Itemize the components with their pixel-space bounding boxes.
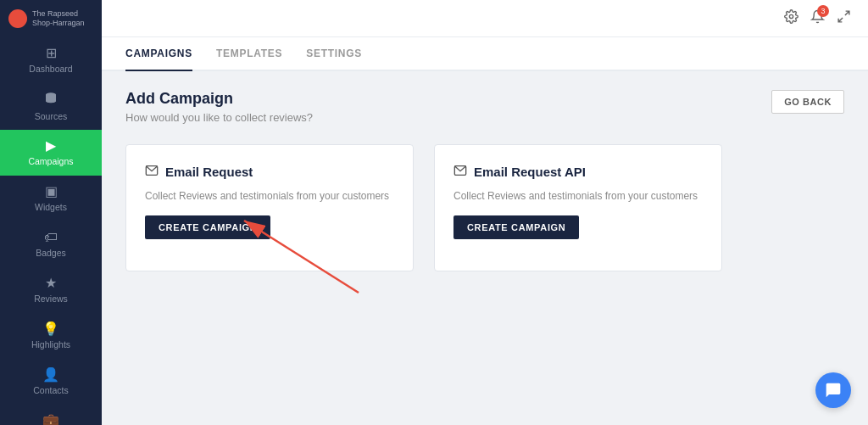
widgets-icon: ▣ <box>45 185 58 199</box>
card-title-2: Email Request API <box>474 165 586 179</box>
mail-icon-1 <box>145 164 159 180</box>
email-request-api-card: Email Request API Collect Reviews and te… <box>434 144 722 271</box>
sidebar-item-reviews[interactable]: ★ Reviews <box>0 267 102 313</box>
sidebar-item-badges[interactable]: 🏷 Badges <box>0 221 102 267</box>
expand-icon-button[interactable] <box>837 9 851 28</box>
dashboard-icon: ⊞ <box>46 47 57 60</box>
sidebar-nav: ⊞ Dashboard Sources ▶ Campaigns ▣ Widget… <box>0 37 102 425</box>
sidebar-item-campaigns[interactable]: ▶ Campaigns <box>0 130 102 176</box>
sidebar-item-dashboard[interactable]: ⊞ Dashboard <box>0 37 102 83</box>
reviews-icon: ★ <box>45 277 57 290</box>
sidebar-item-business[interactable]: 💼 Business <box>0 405 102 425</box>
topbar: 3 <box>102 0 868 37</box>
notifications-icon-button[interactable]: 3 <box>810 9 825 28</box>
contacts-icon: 👤 <box>42 368 59 382</box>
go-back-button[interactable]: GO BACK <box>771 90 844 114</box>
card-title-row-2: Email Request API <box>453 164 703 180</box>
sidebar-label-sources: Sources <box>35 111 68 121</box>
business-icon: 💼 <box>42 414 59 425</box>
tab-templates[interactable]: Templates <box>216 37 282 71</box>
sidebar-item-highlights[interactable]: 💡 Highlights <box>0 313 102 359</box>
cards-section: Email Request Collect Reviews and testim… <box>125 144 844 271</box>
tab-settings[interactable]: Settings <box>306 37 362 71</box>
sidebar-label-highlights: Highlights <box>31 339 70 350</box>
create-campaign-button-1[interactable]: CREATE CAMPAIGN <box>145 215 270 239</box>
sidebar-label-contacts: Contacts <box>33 385 68 395</box>
badges-icon: 🏷 <box>44 231 58 244</box>
sidebar-label-widgets: Widgets <box>35 202 67 212</box>
card-description-2: Collect Reviews and testimonials from yo… <box>453 188 703 204</box>
sources-icon <box>44 92 58 108</box>
tab-campaigns[interactable]: Campaigns <box>125 37 192 71</box>
svg-point-1 <box>789 14 793 18</box>
sidebar-label-dashboard: Dashboard <box>29 64 72 74</box>
mail-icon-2 <box>453 164 467 180</box>
card-description-1: Collect Reviews and testimonials from yo… <box>145 188 394 204</box>
campaigns-icon: ▶ <box>46 139 56 153</box>
create-campaign-button-2[interactable]: CREATE CAMPAIGN <box>453 215 579 239</box>
sidebar: The Rapseed Shop-Harragan ⊞ Dashboard So… <box>0 0 102 425</box>
email-request-card: Email Request Collect Reviews and testim… <box>125 144 414 271</box>
cards-grid: Email Request Collect Reviews and testim… <box>125 144 844 271</box>
tabs-bar: Campaigns Templates Settings <box>102 37 868 71</box>
page-header: Add Campaign How would you like to colle… <box>125 90 844 124</box>
content-area: Add Campaign How would you like to colle… <box>102 71 868 425</box>
card-title-1: Email Request <box>165 165 253 179</box>
logo-icon <box>8 9 27 28</box>
app-title: The Rapseed Shop-Harragan <box>32 9 93 28</box>
highlights-icon: 💡 <box>42 322 59 336</box>
sidebar-label-campaigns: Campaigns <box>28 156 73 166</box>
page-title: Add Campaign <box>125 90 313 108</box>
sidebar-label-reviews: Reviews <box>34 294 68 304</box>
settings-icon-button[interactable] <box>784 9 798 28</box>
page-area: Campaigns Templates Settings Add Campaig… <box>102 37 868 425</box>
page-header-left: Add Campaign How would you like to colle… <box>125 90 313 124</box>
notification-badge: 3 <box>817 5 829 17</box>
main-content: 3 Campaigns Templates Settings Add Campa… <box>102 0 868 425</box>
sidebar-logo: The Rapseed Shop-Harragan <box>0 0 102 37</box>
sidebar-item-contacts[interactable]: 👤 Contacts <box>0 359 102 405</box>
sidebar-item-sources[interactable]: Sources <box>0 83 102 130</box>
page-subtitle: How would you like to collect reviews? <box>125 111 313 124</box>
chat-bubble-button[interactable] <box>815 372 851 408</box>
card-title-row-1: Email Request <box>145 164 394 180</box>
sidebar-item-widgets[interactable]: ▣ Widgets <box>0 176 102 221</box>
sidebar-label-badges: Badges <box>36 248 66 258</box>
